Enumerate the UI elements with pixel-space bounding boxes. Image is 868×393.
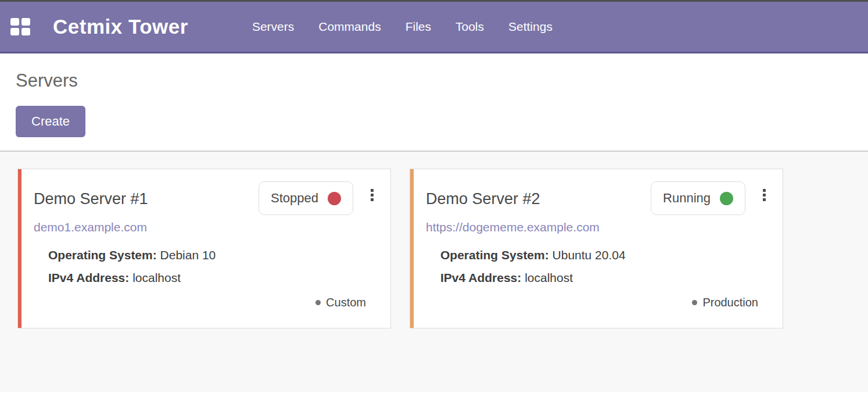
kebab-dot — [763, 194, 766, 196]
page-header: Servers Create — [0, 53, 868, 151]
kebab-dot — [371, 189, 374, 192]
kebab-dot — [763, 198, 766, 201]
tag-row: Custom — [34, 296, 375, 309]
status-label: Running — [663, 191, 711, 206]
server-url-link[interactable]: https://dogememe.example.com — [426, 220, 600, 234]
status-label: Stopped — [271, 191, 318, 206]
field-value: localhost — [525, 271, 573, 284]
kebab-dot — [763, 189, 766, 192]
top-navbar: Cetmix Tower Servers Commands Files Tool… — [0, 2, 868, 53]
card-header: Demo Server #1 Stopped — [34, 181, 375, 215]
field-label: IPv4 Address: — [440, 271, 521, 284]
server-url-link[interactable]: demo1.example.com — [34, 220, 147, 234]
field-ipv4-address: IPv4 Address: localhost — [48, 266, 375, 289]
field-label: Operating System: — [440, 248, 549, 262]
kebab-menu-icon[interactable] — [369, 187, 375, 203]
field-value: Debian 10 — [160, 248, 216, 262]
field-operating-system: Operating System: Debian 10 — [48, 244, 375, 266]
tag-dot-icon — [692, 300, 697, 305]
nav-item-tools[interactable]: Tools — [455, 20, 484, 34]
nav-item-servers[interactable]: Servers — [252, 20, 294, 34]
card-color-stripe — [410, 169, 414, 328]
card-color-stripe — [18, 169, 21, 328]
card-header: Demo Server #2 Running — [426, 181, 767, 215]
nav-item-commands[interactable]: Commands — [318, 20, 381, 34]
server-card-demo-2[interactable]: Demo Server #2 Running https://dogememe.… — [410, 169, 783, 328]
apps-grid-square — [21, 28, 30, 35]
page-title: Servers — [16, 70, 851, 91]
kebab-dot — [371, 198, 374, 201]
kebab-menu-icon[interactable] — [761, 187, 767, 203]
tag-dot-icon — [315, 300, 321, 305]
apps-grid-square — [10, 18, 19, 26]
kebab-dot — [371, 194, 374, 196]
field-ipv4-address: IPv4 Address: localhost — [440, 266, 767, 289]
apps-grid-square — [10, 28, 19, 35]
kanban-content-area: Demo Server #1 Stopped demo1.example.com… — [0, 151, 868, 392]
field-value: Ubuntu 20.04 — [553, 248, 626, 262]
server-title: Demo Server #1 — [34, 190, 148, 208]
status-dot-icon — [328, 192, 341, 205]
main-menu: Servers Commands Files Tools Settings — [252, 20, 553, 34]
field-label: Operating System: — [48, 248, 157, 262]
tag-label: Custom — [326, 296, 366, 309]
server-fields-list: Operating System: Ubuntu 20.04 IPv4 Addr… — [426, 244, 767, 289]
nav-item-files[interactable]: Files — [406, 20, 431, 34]
status-button[interactable]: Stopped — [259, 181, 353, 215]
tag-row: Production — [426, 296, 767, 309]
server-card-demo-1[interactable]: Demo Server #1 Stopped demo1.example.com… — [17, 169, 391, 328]
field-operating-system: Operating System: Ubuntu 20.04 — [440, 244, 767, 266]
nav-item-settings[interactable]: Settings — [508, 20, 553, 34]
apps-grid-square — [21, 18, 30, 26]
field-value: localhost — [132, 271, 181, 284]
create-button[interactable]: Create — [16, 106, 85, 137]
field-label: IPv4 Address: — [48, 271, 129, 284]
app-brand-title[interactable]: Cetmix Tower — [53, 15, 188, 38]
server-title: Demo Server #2 — [426, 190, 540, 208]
apps-grid-icon[interactable] — [10, 18, 31, 36]
server-fields-list: Operating System: Debian 10 IPv4 Address… — [34, 244, 375, 289]
status-dot-icon — [720, 192, 733, 205]
tag-label: Production — [702, 296, 758, 309]
status-button[interactable]: Running — [651, 181, 745, 215]
